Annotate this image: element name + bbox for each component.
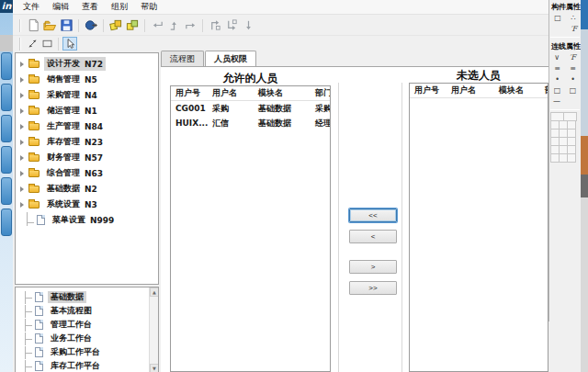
background-strip-button[interactable] (1, 209, 12, 236)
rectangle-tool-icon[interactable] (40, 37, 54, 51)
move-right-button[interactable]: > (349, 260, 397, 274)
expand-icon[interactable] (20, 77, 24, 83)
menu-group[interactable]: 组别 (105, 0, 134, 14)
line-weight-icon[interactable]: — (553, 97, 560, 107)
shape-copy-icon[interactable] (107, 17, 124, 34)
col-module: 模块名 (494, 85, 540, 96)
line-font-icon[interactable]: ′F (569, 53, 575, 62)
endpoint-dot-icon[interactable]: • (555, 75, 560, 85)
list-item[interactable]: 业务工作台 (16, 332, 158, 345)
background-strip-button[interactable] (1, 115, 12, 142)
table-row[interactable]: HUIX... 汇信 基础数据 经理室 (171, 116, 330, 130)
scrollbar[interactable]: ▲ ▼ (149, 287, 158, 372)
list-item[interactable]: 管理工作台 (16, 318, 158, 332)
shape-square-icon[interactable]: □ (554, 14, 561, 23)
scroll-down-icon[interactable]: ▼ (150, 364, 159, 372)
note-icon[interactable] (240, 17, 256, 34)
background-strip-button[interactable] (1, 84, 12, 111)
list-item[interactable]: 基本流程图 (16, 304, 158, 318)
anchor-points-icon[interactable]: ∴ (571, 14, 576, 23)
tree-item-leaf[interactable]: 菜单设置N999 (16, 212, 158, 228)
background-strip-button[interactable] (1, 177, 12, 205)
allowed-users-table[interactable]: 用户号 用户名 模块名 部门 CG001 采购 基础数据 采购部 HUIX...… (170, 85, 331, 372)
export-run-icon[interactable] (83, 17, 99, 34)
expand-icon[interactable] (20, 140, 24, 145)
menu-help[interactable]: 帮助 (134, 0, 164, 14)
tree-item[interactable]: 生产管理N84 (16, 118, 158, 134)
open-folder-icon[interactable] (41, 17, 58, 34)
scroll-up-icon[interactable]: ▲ (150, 287, 159, 297)
background-strip-button[interactable] (1, 146, 12, 174)
line-angle-icon[interactable]: ∨ (554, 53, 560, 62)
list-item[interactable]: 库存工作平台 (16, 359, 158, 372)
cell-module: 基础数据 (254, 103, 311, 115)
expand-icon[interactable] (20, 93, 24, 98)
tree-item[interactable]: 基础数据N2 (16, 181, 158, 197)
toolbar-grip[interactable] (19, 38, 21, 51)
new-document-icon[interactable] (25, 17, 41, 34)
main-window: 文件 编辑 查看 组别 帮助 (13, 0, 581, 372)
expand-icon[interactable] (20, 186, 24, 192)
list-connector (25, 346, 33, 359)
connector-up-icon[interactable] (165, 17, 182, 34)
tree-item[interactable]: 综合管理N63 (16, 165, 158, 181)
expand-icon[interactable] (20, 202, 24, 208)
list-connector (25, 291, 33, 304)
component-properties-label: 构件属性 (549, 0, 581, 13)
right-strip-light (581, 29, 588, 136)
page-icon (35, 292, 43, 302)
right-strip-orange (581, 136, 588, 175)
tree-node-label: 财务管理N57 (44, 151, 106, 164)
expand-icon[interactable] (20, 171, 24, 176)
tree-item[interactable]: 系统设置N3 (16, 197, 158, 212)
move-all-left-button[interactable]: << (349, 209, 397, 222)
line-style-dash-icon[interactable]: ≡ (570, 64, 576, 73)
folder-icon (28, 107, 40, 115)
palette-cell[interactable] (567, 153, 576, 163)
menu-file[interactable]: 文件 (17, 0, 46, 14)
expand-icon[interactable] (20, 124, 24, 130)
tree-node-label: 系统设置N3 (44, 197, 100, 211)
resize-arrow-icon[interactable] (25, 37, 40, 51)
expand-icon[interactable] (20, 62, 24, 67)
tree-item[interactable]: 采购管理N4 (16, 87, 158, 103)
unselected-users-table[interactable]: 用户号 用户名 模块名 部门 (409, 83, 548, 372)
tree-node-label: 库存管理N23 (44, 135, 106, 149)
list-item[interactable]: 基础数据 (16, 290, 158, 304)
toolbar-grip[interactable] (19, 19, 21, 32)
expand-icon[interactable] (20, 108, 24, 114)
move-all-right-button[interactable]: >> (349, 281, 397, 295)
list-item[interactable]: 采购工作平台 (16, 345, 158, 359)
background-strip-button[interactable] (1, 52, 12, 80)
expand-icon[interactable] (20, 155, 24, 161)
save-icon[interactable] (58, 17, 74, 34)
col-user-name: 用户名 (208, 87, 254, 99)
strip-gray-block (0, 35, 13, 51)
endpoint-square-icon[interactable]: □ (554, 86, 561, 96)
tree-item[interactable]: 库存管理N23 (16, 134, 158, 150)
tree-item[interactable]: 储运管理N1 (16, 103, 158, 118)
font-style-icon[interactable]: ′F (571, 25, 577, 34)
table-row[interactable]: CG001 采购 基础数据 采购部 (171, 101, 330, 116)
shape-paste-icon[interactable] (124, 17, 141, 34)
cell-user-name: 采购 (208, 103, 254, 115)
toolbar-separator (58, 38, 59, 51)
send-backward-icon[interactable] (223, 17, 240, 34)
tree-item[interactable]: 财务管理N57 (16, 150, 158, 165)
pointer-tool-icon[interactable] (62, 37, 77, 51)
line-style-solid-icon[interactable]: ≡ (554, 64, 560, 73)
bring-forward-icon[interactable] (207, 17, 223, 34)
cell-dept: 经理室 (311, 118, 331, 130)
page-icon (35, 347, 43, 357)
endpoint-square-icon[interactable]: □ (570, 86, 577, 96)
connector-left-icon[interactable] (149, 17, 165, 34)
connector-right-icon[interactable] (182, 17, 198, 34)
menu-edit[interactable]: 编辑 (46, 0, 75, 14)
move-left-button[interactable]: < (349, 230, 397, 243)
tree-item[interactable]: 设计开发N72 (16, 56, 158, 72)
tab-flowchart[interactable]: 流程图 (161, 51, 204, 66)
tree-item[interactable]: 销售管理N5 (16, 72, 158, 87)
menu-view[interactable]: 查看 (75, 0, 105, 14)
tab-permissions[interactable]: 人员权限 (205, 51, 256, 66)
endpoint-dot-icon[interactable]: • (571, 75, 575, 85)
